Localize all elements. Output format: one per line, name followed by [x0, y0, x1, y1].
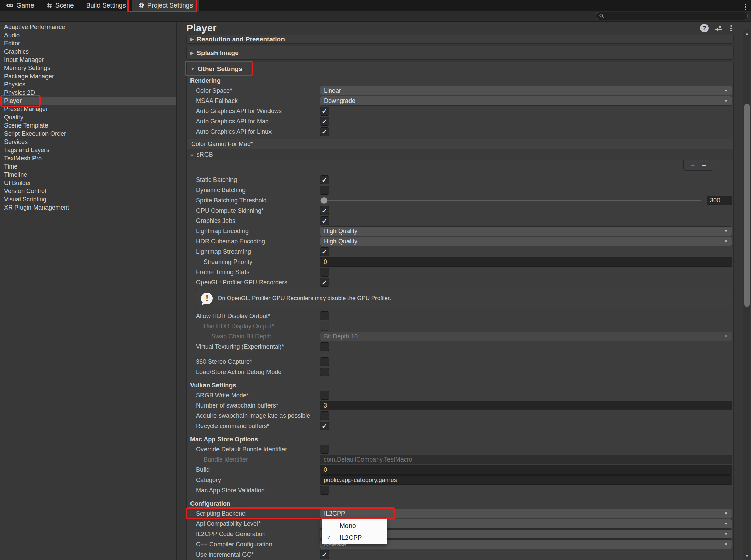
window-kebab-menu-icon[interactable]: [743, 0, 748, 11]
360-stereo-capture-checkbox[interactable]: [320, 357, 329, 366]
search-box[interactable]: [596, 12, 748, 20]
hdr-cubemap-encoding-label: HDR Cubemap Encoding: [196, 238, 320, 245]
section-other-settings-header[interactable]: ▼ Other Settings: [187, 62, 733, 76]
lightmap-streaming-checkbox[interactable]: ✓: [320, 247, 329, 256]
swap-chain-bit-depth-label: Swap Chain Bit Depth: [196, 333, 320, 340]
setting-row-msaa-fallback: MSAA FallbackDowngrade▼: [187, 96, 733, 106]
sidebar-item-adaptive-performance[interactable]: Adaptive Performance: [0, 23, 176, 31]
color-gamut-header: Color Gamut For Mac*: [187, 139, 733, 149]
dynamic-batching-checkbox[interactable]: [320, 186, 329, 195]
sidebar-item-preset-manager[interactable]: Preset Manager: [0, 105, 176, 113]
hdr-cubemap-encoding-dropdown[interactable]: High Quality▼: [320, 237, 732, 246]
auto-graphics-api-for-linux-checkbox[interactable]: ✓: [320, 127, 329, 136]
load-store-action-debug-mode-checkbox[interactable]: [320, 368, 329, 376]
opengl-profiler-gpu-recorders-checkbox[interactable]: ✓: [320, 278, 329, 287]
static-batching-checkbox[interactable]: ✓: [320, 175, 329, 184]
allow-hdr-display-output-checkbox[interactable]: [320, 311, 329, 320]
sidebar-item-editor[interactable]: Editor: [0, 39, 176, 48]
use-incremental-gc-checkbox[interactable]: ✓: [320, 550, 329, 559]
setting-row-auto-graphics-api-for-windows: Auto Graphics API for Windows✓: [187, 106, 733, 116]
sidebar-item-script-execution-order[interactable]: Script Execution Order: [0, 130, 176, 138]
opengl-warning-box: !On OpenGL, Profiler GPU Recorders may d…: [196, 289, 733, 308]
page-title: Player: [186, 23, 217, 34]
sidebar-item-input-manager[interactable]: Input Manager: [0, 56, 176, 64]
scroll-up-icon[interactable]: ▲: [743, 30, 750, 37]
popup-option-il2cpp[interactable]: ✓IL2CPP: [322, 532, 387, 544]
360-stereo-capture-label: 360 Stereo Capture*: [196, 358, 320, 365]
streaming-priority-field[interactable]: 0: [320, 257, 732, 267]
search-input[interactable]: [604, 13, 745, 19]
add-item-button[interactable]: +: [691, 162, 695, 169]
sidebar-item-graphics[interactable]: Graphics: [0, 48, 176, 56]
sidebar-item-version-control[interactable]: Version Control: [0, 187, 176, 195]
sidebar-item-audio[interactable]: Audio: [0, 31, 176, 39]
remove-item-button[interactable]: −: [702, 162, 706, 169]
frame-timing-stats-checkbox[interactable]: [320, 268, 329, 277]
tab-project-settings[interactable]: Project Settings: [132, 0, 199, 11]
sidebar-item-textmesh-pro[interactable]: TextMesh Pro: [0, 154, 176, 162]
lightmap-encoding-label: Lightmap Encoding: [196, 228, 320, 235]
sprite-batching-threshold-label: Sprite Batching Threshold: [196, 197, 320, 204]
srgb-write-mode-checkbox[interactable]: [320, 391, 329, 400]
vertical-scrollbar[interactable]: ▲ ▼: [743, 29, 750, 560]
recycle-command-buffers-checkbox[interactable]: ✓: [320, 422, 329, 430]
presets-icon[interactable]: [715, 25, 723, 32]
number-of-swapchain-buffers-field[interactable]: 3: [320, 401, 732, 410]
acquire-swapchain-image-late-as-possible-checkbox[interactable]: [320, 411, 329, 420]
help-icon[interactable]: ?: [700, 24, 709, 32]
sidebar-item-physics-2d[interactable]: Physics 2D: [0, 89, 176, 97]
sprite-batching-threshold-value-field[interactable]: 300: [707, 196, 732, 205]
setting-row-number-of-swapchain-buffers: Number of swapchain buffers*3: [187, 400, 733, 411]
override-default-bundle-identifier-checkbox[interactable]: [320, 445, 329, 454]
popup-option-mono[interactable]: Mono: [322, 520, 387, 532]
panel-kebab-menu-icon[interactable]: [729, 24, 733, 33]
auto-graphics-api-for-linux-label: Auto Graphics API for Linux: [196, 128, 320, 135]
scroll-down-icon[interactable]: ▼: [743, 552, 750, 559]
drag-handle-icon[interactable]: =: [190, 152, 193, 158]
tab-scene[interactable]: Scene: [40, 0, 80, 11]
build-field[interactable]: 0: [320, 465, 732, 475]
scripting-backend-dropdown[interactable]: IL2CPP▼: [320, 509, 732, 518]
sidebar-item-tags-and-layers[interactable]: Tags and Layers: [0, 146, 176, 154]
color-space-label: Color Space*: [196, 87, 320, 94]
mac-app-store-validation-checkbox[interactable]: [320, 486, 329, 495]
msaa-fallback-dropdown[interactable]: Downgrade▼: [320, 96, 732, 106]
section-title: Resolution and Presentation: [197, 36, 285, 43]
scrollbar-thumb[interactable]: [744, 104, 750, 307]
section-resolution-and-presentation[interactable]: ▶ Resolution and Presentation: [186, 35, 734, 44]
sidebar-item-memory-settings[interactable]: Memory Settings: [0, 64, 176, 72]
sidebar-item-xr-plugin-management[interactable]: XR Plugin Management: [0, 203, 176, 212]
category-field[interactable]: public.app-category.games: [320, 475, 732, 485]
virtual-texturing-experimental-checkbox[interactable]: [320, 342, 329, 351]
tab-game[interactable]: Game: [0, 0, 40, 11]
auto-graphics-api-for-windows-checkbox[interactable]: ✓: [320, 107, 329, 116]
sidebar-item-physics[interactable]: Physics: [0, 80, 176, 89]
settings-scroll-area: ▶ Resolution and Presentation ▶ Splash I…: [177, 35, 751, 560]
use-incremental-gc-label: Use incremental GC*: [196, 551, 320, 558]
sidebar-item-time[interactable]: Time: [0, 162, 176, 171]
color-gamut-item[interactable]: =sRGB: [187, 149, 733, 160]
search-icon: [599, 13, 604, 19]
tab-build-settings[interactable]: Build Settings: [80, 0, 132, 11]
group-heading-label: Rendering: [190, 77, 221, 84]
section-splash-image[interactable]: ▶ Splash Image: [186, 46, 734, 60]
sidebar-item-quality[interactable]: Quality: [0, 113, 176, 121]
sidebar-item-services[interactable]: Services: [0, 138, 176, 146]
slider-track[interactable]: [320, 200, 701, 201]
sidebar-item-ui-builder[interactable]: UI Builder: [0, 179, 176, 187]
sidebar-item-player[interactable]: Player: [0, 97, 176, 105]
sidebar-item-visual-scripting[interactable]: Visual Scripting: [0, 195, 176, 203]
gpu-compute-skinning-checkbox[interactable]: ✓: [320, 206, 329, 215]
sprite-batching-threshold-slider[interactable]: [320, 196, 701, 205]
mac-app-store-validation-label: Mac App Store Validation: [196, 487, 320, 494]
lightmap-encoding-dropdown[interactable]: High Quality▼: [320, 226, 732, 236]
slider-handle[interactable]: [321, 197, 327, 204]
sidebar-item-scene-template[interactable]: Scene Template: [0, 121, 176, 130]
popup-option-label: IL2CPP: [340, 534, 362, 542]
srgb-write-mode-label: SRGB Write Mode*: [196, 392, 320, 399]
color-space-dropdown[interactable]: Linear▼: [320, 86, 732, 95]
sidebar-item-timeline[interactable]: Timeline: [0, 171, 176, 179]
graphics-jobs-checkbox[interactable]: ✓: [320, 216, 329, 225]
sidebar-item-package-manager[interactable]: Package Manager: [0, 72, 176, 80]
auto-graphics-api-for-mac-checkbox[interactable]: ✓: [320, 117, 329, 126]
